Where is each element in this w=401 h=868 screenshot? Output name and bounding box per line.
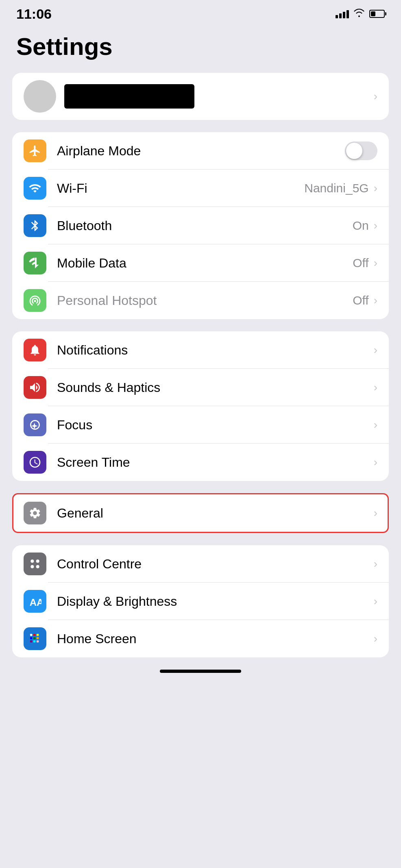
signal-bar-1 (336, 15, 338, 18)
svg-rect-5 (30, 634, 32, 636)
mobile-data-chevron-icon: › (374, 257, 377, 270)
mobile-data-label: Mobile Data (57, 256, 353, 271)
mobile-data-value: Off (353, 256, 368, 270)
bluetooth-label: Bluetooth (57, 218, 353, 233)
airplane-icon (24, 139, 46, 162)
display-brightness-chevron-icon: › (374, 595, 377, 608)
svg-rect-6 (33, 634, 35, 636)
svg-rect-8 (30, 637, 32, 639)
settings-row-display-brightness[interactable]: AA Display & Brightness › (12, 583, 389, 620)
display-icon: AA (24, 590, 46, 613)
sounds-icon (24, 376, 46, 399)
profile-row[interactable]: › (12, 73, 389, 120)
svg-point-2 (31, 565, 34, 568)
settings-row-general[interactable]: General › (13, 494, 388, 532)
status-icons (336, 8, 385, 20)
profile-redacted (64, 84, 194, 109)
mobile-data-icon (24, 252, 46, 274)
signal-bars-icon (336, 9, 349, 18)
home-screen-icon (24, 627, 46, 650)
settings-row-personal-hotspot[interactable]: Personal Hotspot Off › (12, 282, 389, 319)
personal-hotspot-chevron-icon: › (374, 294, 377, 307)
focus-label: Focus (57, 418, 374, 433)
general-chevron-icon: › (374, 507, 377, 520)
bluetooth-chevron-icon: › (374, 219, 377, 232)
sounds-haptics-label: Sounds & Haptics (57, 380, 374, 395)
avatar (24, 80, 56, 113)
signal-bar-3 (343, 12, 345, 18)
settings-row-notifications[interactable]: Notifications › (12, 331, 389, 369)
general-card[interactable]: General › (13, 494, 388, 532)
settings-row-home-screen[interactable]: Home Screen › (12, 620, 389, 657)
personal-hotspot-value: Off (353, 294, 368, 307)
hotspot-icon (24, 289, 46, 312)
settings-row-screen-time[interactable]: Screen Time › (12, 444, 389, 481)
status-time: 11:06 (16, 6, 52, 22)
signal-bar-4 (347, 10, 349, 18)
svg-rect-10 (37, 637, 39, 639)
display-brightness-label: Display & Brightness (57, 594, 374, 609)
display-group: General › Control Centre › AA Display & … (0, 493, 401, 657)
screen-time-icon (24, 451, 46, 474)
notifications-chevron-icon: › (374, 344, 377, 357)
wifi-label: Wi-Fi (57, 181, 304, 196)
network-group-card: Airplane Mode Wi-Fi Nandini_5G › Bluetoo… (12, 132, 389, 319)
control-centre-icon (24, 553, 46, 575)
profile-card[interactable]: › (12, 73, 389, 120)
general-icon (24, 502, 46, 524)
status-bar: 11:06 (0, 0, 401, 24)
battery-fill (371, 11, 375, 16)
battery-icon (369, 10, 385, 18)
screen-time-label: Screen Time (57, 455, 374, 470)
airplane-mode-toggle[interactable] (345, 141, 377, 160)
svg-rect-11 (30, 640, 32, 642)
signal-bar-2 (339, 13, 342, 18)
focus-icon (24, 413, 46, 436)
svg-rect-12 (33, 640, 35, 642)
settings-row-sounds-haptics[interactable]: Sounds & Haptics › (12, 369, 389, 406)
system-group-card: Notifications › Sounds & Haptics › Focus… (12, 331, 389, 481)
personal-hotspot-label: Personal Hotspot (57, 293, 353, 308)
profile-left (24, 80, 194, 113)
home-indicator (160, 670, 241, 673)
settings-row-control-centre[interactable]: Control Centre › (12, 545, 389, 583)
toggle-knob (346, 143, 362, 159)
wifi-setting-icon (24, 177, 46, 200)
focus-chevron-icon: › (374, 418, 377, 431)
control-centre-chevron-icon: › (374, 557, 377, 570)
svg-point-3 (36, 565, 39, 568)
svg-point-0 (31, 559, 34, 563)
sounds-haptics-chevron-icon: › (374, 381, 377, 394)
page-title: Settings (0, 24, 401, 73)
settings-row-bluetooth[interactable]: Bluetooth On › (12, 207, 389, 244)
svg-text:AA: AA (30, 597, 41, 608)
home-screen-label: Home Screen (57, 631, 374, 646)
svg-rect-7 (37, 634, 39, 636)
airplane-mode-label: Airplane Mode (57, 144, 345, 159)
wifi-value: Nandini_5G (304, 181, 368, 195)
general-highlighted-container: General › (12, 493, 389, 533)
chevron-right-icon: › (374, 90, 377, 103)
settings-row-airplane-mode[interactable]: Airplane Mode (12, 132, 389, 170)
svg-point-1 (36, 559, 39, 563)
bluetooth-icon (24, 214, 46, 237)
general-label: General (57, 506, 374, 521)
notifications-label: Notifications (57, 343, 374, 358)
settings-row-focus[interactable]: Focus › (12, 406, 389, 444)
wifi-status-icon (354, 8, 364, 20)
wifi-chevron-icon: › (374, 182, 377, 195)
bluetooth-value: On (353, 219, 369, 233)
settings-row-mobile-data[interactable]: Mobile Data Off › (12, 244, 389, 282)
screen-time-chevron-icon: › (374, 456, 377, 469)
display-group-card: Control Centre › AA Display & Brightness… (12, 545, 389, 657)
svg-rect-13 (37, 640, 39, 642)
control-centre-label: Control Centre (57, 557, 374, 572)
svg-rect-9 (33, 637, 35, 639)
home-screen-chevron-icon: › (374, 632, 377, 645)
settings-row-wifi[interactable]: Wi-Fi Nandini_5G › (12, 170, 389, 207)
notifications-icon (24, 339, 46, 361)
